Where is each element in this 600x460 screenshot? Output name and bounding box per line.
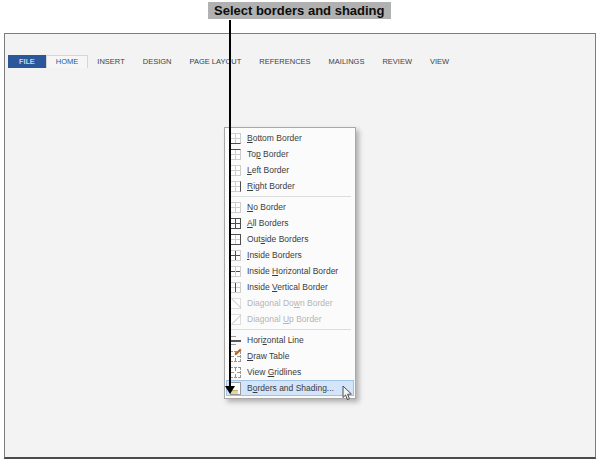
diagonal-down-border-icon [230, 298, 241, 309]
inside-vertical-border-icon [230, 282, 241, 293]
bottom-border-icon [230, 133, 241, 144]
menu-item-all-borders[interactable]: All Borders [226, 215, 354, 231]
menu-item-diagonal-up-border: Diagonal Up Border [226, 311, 354, 327]
outside-borders-icon [230, 234, 241, 245]
menu-separator [229, 196, 351, 197]
diagonal-up-border-icon [230, 314, 241, 325]
tab-view[interactable]: VIEW [421, 55, 458, 68]
borders-dropdown-menu: Bottom Border Top Border Left Border Rig… [224, 127, 356, 399]
callout-line [229, 20, 231, 388]
tab-page-layout[interactable]: PAGE LAYOUT [180, 55, 250, 68]
menu-item-inside-vertical-border[interactable]: Inside Vertical Border [226, 279, 354, 295]
menu-item-left-border[interactable]: Left Border [226, 162, 354, 178]
menu-item-borders-and-shading[interactable]: Borders and Shading... [226, 380, 354, 396]
no-border-icon [230, 202, 241, 213]
tab-insert[interactable]: INSERT [88, 55, 133, 68]
menu-item-inside-borders[interactable]: Inside Borders [226, 247, 354, 263]
callout-arrow-icon [225, 386, 235, 394]
menu-separator [229, 329, 351, 330]
horizontal-line-icon [230, 335, 241, 346]
tab-review[interactable]: REVIEW [373, 55, 421, 68]
view-gridlines-icon [230, 367, 241, 378]
callout-label: Select borders and shading [208, 2, 391, 19]
inside-borders-icon [230, 250, 241, 261]
menu-item-no-border[interactable]: No Border [226, 199, 354, 215]
right-border-icon [230, 181, 241, 192]
menu-item-bottom-border[interactable]: Bottom Border [226, 130, 354, 146]
menu-item-inside-horizontal-border[interactable]: Inside Horizontal Border [226, 263, 354, 279]
tab-design[interactable]: DESIGN [134, 55, 181, 68]
tab-mailings[interactable]: MAILINGS [320, 55, 374, 68]
tab-references[interactable]: REFERENCES [250, 55, 319, 68]
draw-table-icon [230, 351, 241, 362]
tab-file[interactable]: FILE [8, 55, 46, 68]
menu-item-right-border[interactable]: Right Border [226, 178, 354, 194]
screenshot-stage: Select borders and shading W ↶ ↻ ABC Doc… [0, 0, 600, 460]
menu-item-view-gridlines[interactable]: View Gridlines [226, 364, 354, 380]
left-border-icon [230, 165, 241, 176]
top-border-icon [230, 149, 241, 160]
ribbon-tab-bar: FILE HOME INSERT DESIGN PAGE LAYOUT REFE… [8, 55, 458, 68]
menu-item-horizontal-line[interactable]: Horizontal Line [226, 332, 354, 348]
menu-item-outside-borders[interactable]: Outside Borders [226, 231, 354, 247]
menu-item-top-border[interactable]: Top Border [226, 146, 354, 162]
inside-horizontal-border-icon [230, 266, 241, 277]
menu-item-diagonal-down-border: Diagonal Down Border [226, 295, 354, 311]
all-borders-icon [230, 218, 241, 229]
mouse-pointer-icon [342, 386, 353, 405]
menu-item-draw-table[interactable]: Draw Table [226, 348, 354, 364]
tab-home[interactable]: HOME [46, 55, 89, 68]
